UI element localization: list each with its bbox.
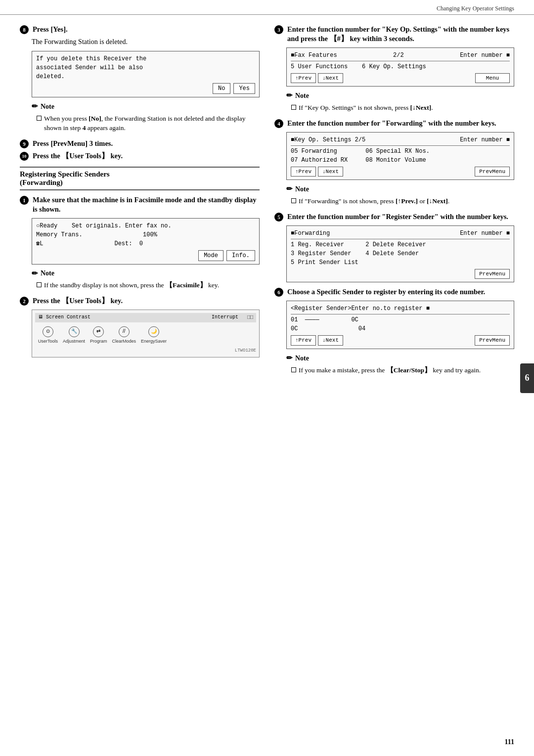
- note-6-body: If you make a mistake, press the 【Clear/…: [286, 366, 514, 375]
- step-2-title: Press the 【User Tools】 key.: [33, 296, 123, 306]
- step-4-screen: ■Key Op. Settings 2/5 Enter number ■ 05 …: [286, 132, 514, 180]
- step-9-title: Press [PrevMenu] 3 times.: [33, 139, 113, 148]
- screen-line-3: deleted.: [36, 72, 255, 81]
- prev-btn-6[interactable]: ↑Prev: [291, 335, 316, 346]
- screen-6-h-left: <Register Sender>Enter no.to register ■: [291, 304, 430, 313]
- step-5-title: Enter the function number for "Register …: [287, 212, 508, 222]
- note-1-label: Note: [41, 268, 54, 278]
- step-8-num: 8: [20, 25, 29, 34]
- checkbox-3: [291, 105, 296, 110]
- screen-5-nav: PrevMenu: [291, 269, 510, 279]
- screen-3-header: ■Fax Features 2/2 Enter number ■: [291, 51, 510, 61]
- info-button[interactable]: Info.: [226, 250, 255, 261]
- prevmenu-btn-5[interactable]: PrevMenu: [475, 269, 510, 279]
- screen-1-line3: ☎L Dest: 0: [36, 239, 255, 248]
- note-6-text: If you make a mistake, press the 【Clear/…: [299, 366, 481, 375]
- energysaver-label: EnergySaver: [141, 338, 167, 345]
- note-3-body: If "Key Op. Settings" is not shown, pres…: [286, 103, 514, 113]
- screen-1-line1: ○Ready Set originals. Enter fax no.: [36, 222, 255, 230]
- step-2: 2 Press the 【User Tools】 key. 🖥 Screen C…: [20, 296, 260, 357]
- note-4-text: If "Forwarding" is not shown, press [↑Pr…: [299, 197, 449, 206]
- note-8-body: When you press [No], the Forwarding Stat…: [32, 114, 260, 133]
- usertools-icon: ⊙: [43, 326, 53, 337]
- note-3-text: If "Key Op. Settings" is not shown, pres…: [299, 103, 433, 113]
- screen-contrast-label: 🖥 Screen Contrast: [38, 314, 90, 321]
- note-3-item: If "Key Op. Settings" is not shown, pres…: [291, 103, 514, 113]
- mode-button[interactable]: Mode: [198, 250, 223, 261]
- step-6-screen: <Register Sender>Enter no.to register ■ …: [286, 301, 514, 349]
- header-title: Changing Key Operator Settings: [437, 5, 514, 12]
- step-6: 6 Choose a Specific Sender to register b…: [274, 287, 514, 375]
- note-label: Note: [41, 102, 54, 112]
- checkbox-6: [291, 367, 296, 372]
- right-column: 3 Enter the function number for "Key Op.…: [274, 25, 514, 381]
- step-3-body: ■Fax Features 2/2 Enter number ■ 5 User …: [286, 47, 514, 113]
- note-8-header: ✏ Note: [32, 101, 260, 112]
- note-icon: ✏: [32, 101, 38, 112]
- step-4-title: Enter the function number for "Forwardin…: [287, 119, 496, 128]
- icon-energysaver: 🌙 EnergySaver: [141, 326, 167, 345]
- step-10-num: 10: [20, 152, 29, 161]
- next-btn-6[interactable]: ↓Next: [318, 335, 343, 346]
- menu-btn-3[interactable]: Menu: [475, 73, 510, 84]
- yes-button[interactable]: Yes: [233, 83, 255, 94]
- screen-6-nav: ↑Prev ↓Next PrevMenu: [291, 335, 510, 346]
- screen-4-header: ■Key Op. Settings 2/5 Enter number ■: [291, 135, 510, 146]
- step-6-note: ✏ Note If you make a mistake, press the …: [286, 353, 514, 375]
- step-8-text: The Forwarding Station is deleted.: [32, 38, 128, 45]
- note-4-header: ✏ Note: [286, 184, 514, 195]
- next-btn-3[interactable]: ↓Next: [318, 73, 343, 84]
- screen-3-h-right: Enter number ■: [460, 51, 510, 60]
- step-4: 4 Enter the function number for "Forward…: [274, 119, 514, 206]
- prev-btn-4[interactable]: ↑Prev: [291, 167, 316, 177]
- screen-4-nav: ↑Prev ↓Next PrevMenu: [291, 167, 510, 177]
- step-4-note: ✏ Note If "Forwarding" is not shown, pre…: [286, 184, 514, 206]
- step-4-num: 4: [274, 119, 283, 128]
- screen-5-line3: 5 Print Sender List: [291, 258, 510, 267]
- screen-3-h-left: ■Fax Features: [291, 51, 337, 60]
- note-1-body: If the standby display is not shown, pre…: [32, 281, 260, 290]
- content-wrapper: 8 Press [Yes]. The Forwarding Station is…: [0, 15, 534, 411]
- note-3-header: ✏ Note: [286, 90, 514, 101]
- screen-5-h-right: Enter number ■: [460, 229, 510, 238]
- adjustment-icon: 🔧: [69, 326, 80, 337]
- screen-5-line1: 1 Reg. Receiver 2 Delete Receiver: [291, 240, 510, 249]
- step-1: 1 Make sure that the machine is in Facsi…: [20, 195, 260, 290]
- left-column: 8 Press [Yes]. The Forwarding Station is…: [20, 25, 260, 381]
- note-icon-4: ✏: [286, 184, 293, 195]
- prev-btn-3[interactable]: ↑Prev: [291, 73, 316, 84]
- step-8-screen: If you delete this Receiver the associat…: [32, 51, 260, 97]
- step-10-title: Press the 【User Tools】 key.: [33, 151, 123, 161]
- clearmodes-label: ClearModes: [112, 338, 136, 345]
- note-1-text: If the standby display is not shown, pre…: [44, 281, 219, 290]
- screen-6-header: <Register Sender>Enter no.to register ■: [291, 304, 510, 314]
- prevmenu-btn-6[interactable]: PrevMenu: [475, 335, 510, 346]
- step-2-body: 🖥 Screen Contrast Interrupt ⬚⬚ ⊙ UserToo…: [32, 310, 260, 357]
- note-6-item: If you make a mistake, press the 【Clear/…: [291, 366, 514, 375]
- screen-4-line1: 05 Forwarding 06 Special RX Nos.: [291, 147, 510, 156]
- usertools-label: UserTools: [38, 338, 58, 345]
- next-btn-4[interactable]: ↓Next: [318, 167, 343, 177]
- prevmenu-btn-4[interactable]: PrevMenu: [475, 167, 510, 177]
- step-1-num: 1: [20, 196, 29, 205]
- page-header: Changing Key Operator Settings: [0, 0, 534, 15]
- screen-6-line2: 0C 04: [291, 324, 510, 333]
- note-3-label: Note: [295, 91, 309, 101]
- icon-adjustment: 🔧 Adjustment: [63, 326, 85, 345]
- step-8-title: Press [Yes].: [33, 25, 68, 34]
- screen-btn-row: No Yes: [36, 83, 255, 94]
- ltwo-label: LTWO120E: [35, 348, 256, 354]
- screen-line-2: associated Sender will be also: [36, 63, 255, 72]
- screen-3-line1: 5 User Functions 6 Key Op. Settings: [291, 62, 510, 71]
- step-3: 3 Enter the function number for "Key Op.…: [274, 25, 514, 113]
- checkbox: [37, 116, 42, 121]
- note-4-body: If "Forwarding" is not shown, press [↑Pr…: [286, 197, 514, 206]
- checkbox-1: [37, 282, 42, 287]
- note-1-header: ✏ Note: [32, 268, 260, 279]
- adjustment-label: Adjustment: [63, 338, 85, 345]
- step-1-body: ○Ready Set originals. Enter fax no. Memo…: [32, 218, 260, 291]
- no-button[interactable]: No: [213, 83, 230, 94]
- step-6-body: <Register Sender>Enter no.to register ■ …: [286, 301, 514, 375]
- section-title-bar: Registering Specific Senders (Forwarding…: [20, 167, 260, 190]
- step-9-num: 9: [20, 139, 29, 148]
